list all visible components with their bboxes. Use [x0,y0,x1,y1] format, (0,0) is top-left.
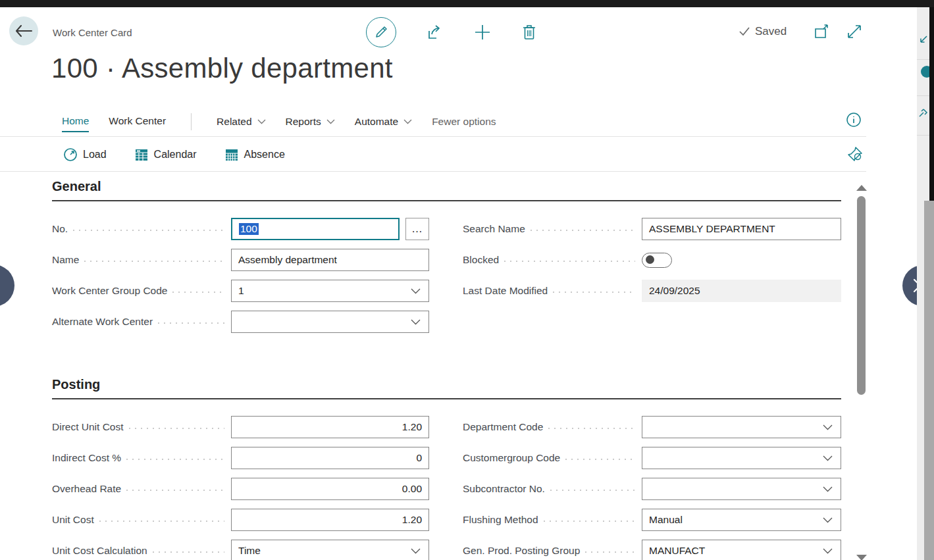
add-icon [474,24,491,41]
chevron-down-icon [823,548,833,554]
field-direct-unit-cost-label: Direct Unit Cost [52,421,124,433]
app-top-bar [0,0,934,7]
card-content: General No. 100 … Name [52,179,841,560]
saved-check-icon [739,26,750,37]
work-center-group-code-dropdown[interactable]: 1 [231,280,429,302]
menu-reports[interactable]: Reports [286,116,335,132]
field-alternate-work-center-label: Alternate Work Center [52,316,153,328]
info-button[interactable] [846,112,862,128]
name-input[interactable]: Assembly department [231,249,429,271]
window-controls [814,23,863,40]
dotted-leader [84,261,224,262]
dotted-leader [126,459,224,460]
department-code-dropdown[interactable] [642,416,841,438]
absence-button[interactable]: Absence [224,147,285,162]
search-name-input[interactable]: ASSEMBLY DEPARTMENT [642,218,841,240]
calendar-label: Calendar [154,149,197,161]
field-customergroup-code-label: Customergroup Code [463,452,560,464]
dotted-leader [73,230,224,231]
field-overhead-rate-label: Overhead Rate [52,483,121,495]
fit-width-button[interactable] [846,23,863,40]
customergroup-code-dropdown[interactable] [642,447,841,469]
menu-bar: Home Work Center Related Reports Automat… [0,108,866,137]
tab-home[interactable]: Home [62,115,89,132]
chevron-down-icon [823,517,833,523]
fit-width-icon [846,23,863,40]
field-no-label: No. [52,223,68,235]
dotted-leader [544,521,635,522]
field-flushing-method-label: Flushing Method [463,514,538,526]
field-unit-cost: Unit Cost 1.20 [52,509,429,531]
scroll-down-icon[interactable] [856,555,867,560]
open-window-button[interactable] [814,23,830,40]
field-work-center-group-code-label: Work Center Group Code [52,285,167,297]
dotted-leader [129,428,224,429]
unpin-button[interactable] [846,145,864,163]
indirect-cost-pct-input[interactable]: 0 [231,447,429,469]
delete-button[interactable] [521,24,537,41]
absence-label: Absence [244,149,285,161]
menu-related[interactable]: Related [217,116,265,132]
back-icon [15,25,32,37]
subcontractor-no-dropdown[interactable] [642,478,841,500]
dotted-leader [153,551,224,553]
tab-work-center[interactable]: Work Center [109,115,166,132]
field-indirect-cost-pct-label: Indirect Cost % [52,452,121,464]
back-button[interactable] [9,16,38,45]
chevron-down-icon [411,288,421,294]
right-edge-black-strip [929,7,934,201]
blocked-toggle[interactable] [642,253,672,268]
no-assist-edit-button[interactable]: … [405,218,429,240]
dotted-leader [550,490,635,491]
field-flushing-method: Flushing Method Manual [463,509,841,531]
expand-left-pane-button[interactable] [0,265,14,307]
field-last-date-modified: Last Date Modified 24/09/2025 [463,280,841,302]
field-direct-unit-cost: Direct Unit Cost 1.20 [52,416,429,438]
field-search-name-label: Search Name [463,223,525,235]
page-title: 100 · Assembly department [51,53,393,84]
delete-icon [521,24,537,41]
menu-divider [191,113,192,130]
share-button[interactable] [427,24,444,41]
field-no: No. 100 … [52,218,429,240]
action-bar: Load Calendar Absence [0,138,866,172]
field-last-date-modified-label: Last Date Modified [463,285,548,297]
section-general: General No. 100 … Name [52,179,841,342]
chevron-down-icon [823,424,833,430]
last-date-modified-value: 24/09/2025 [642,280,841,302]
direct-unit-cost-input[interactable]: 1.20 [231,416,429,438]
chevron-down-icon [823,455,833,461]
right-edge-scrollbar[interactable] [924,201,934,560]
menu-automate[interactable]: Automate [355,116,412,132]
alternate-work-center-dropdown[interactable] [231,311,429,333]
scroll-up-icon[interactable] [856,185,867,191]
header-actions [366,17,537,47]
unit-cost-calculation-dropdown[interactable]: Time [231,540,429,560]
add-button[interactable] [474,24,491,41]
work-center-card-page: Work Center Card Saved [0,0,934,560]
edit-button[interactable] [366,17,396,47]
dotted-leader [172,292,224,293]
load-button[interactable]: Load [63,147,107,162]
field-overhead-rate: Overhead Rate 0.00 [52,478,429,500]
field-indirect-cost-pct: Indirect Cost % 0 [52,447,429,469]
section-posting: Posting Direct Unit Cost 1.20 Indirect C… [52,377,841,560]
field-gen-prod-posting-group-label: Gen. Prod. Posting Group [463,545,580,557]
field-department-code-label: Department Code [463,421,543,433]
field-name-label: Name [52,254,79,266]
flushing-method-dropdown[interactable]: Manual [642,509,841,531]
overhead-rate-input[interactable]: 0.00 [231,478,429,500]
fewer-options-button[interactable]: Fewer options [432,116,496,132]
calendar-button[interactable]: Calendar [134,147,197,162]
field-subcontractor-no-label: Subcontractor No. [463,483,545,495]
chevron-down-icon [403,119,412,124]
save-status: Saved [739,25,787,38]
scrollbar-thumb[interactable] [857,196,866,395]
open-window-icon [814,24,830,40]
no-input[interactable]: 100 [231,218,400,240]
gen-prod-posting-group-dropdown[interactable]: MANUFACT [642,540,841,560]
field-unit-cost-calculation: Unit Cost Calculation Time [52,540,429,560]
field-name: Name Assembly department [52,249,429,271]
unit-cost-input[interactable]: 1.20 [231,509,429,531]
dotted-leader [585,551,635,553]
